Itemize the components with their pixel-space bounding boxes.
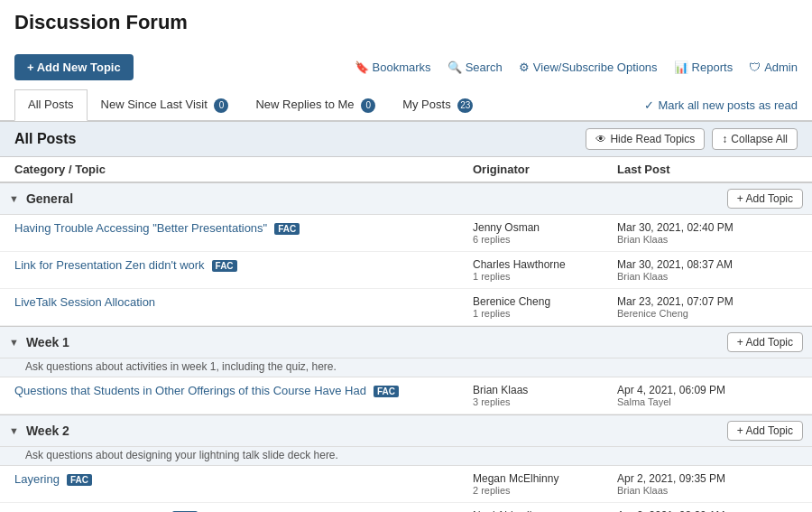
reports-link[interactable]: 📊 Reports (674, 61, 734, 74)
topic-cell: Layering FAC (14, 472, 473, 486)
fac-badge: FAC (374, 386, 399, 397)
topic-cell: Questions that Students in Other Offerin… (14, 384, 473, 397)
last-post-by: Brian Klaas (617, 271, 798, 282)
table-row: Link for Presentation Zen didn't work FA… (0, 252, 812, 289)
view-subscribe-link[interactable]: ⚙ View/Subscribe Options (519, 61, 658, 74)
fac-badge: FAC (274, 223, 300, 235)
collapse-all-button[interactable]: ↕ Collapse All (712, 128, 798, 150)
admin-icon: 🛡 (749, 61, 761, 74)
last-post-cell: Mar 30, 2021, 02:40 PM Brian Klaas (617, 221, 798, 245)
last-post-date: Apr 2, 2021, 09:35 PM (617, 472, 798, 485)
page-title: Discussion Forum (14, 11, 798, 34)
last-post-cell: Mar 30, 2021, 08:37 AM Brian Klaas (617, 258, 798, 282)
last-post-date: Mar 30, 2021, 02:40 PM (617, 221, 798, 234)
top-bar: Add New Topic 🔖 Bookmarks 🔍 Search ⚙ Vie… (0, 49, 812, 86)
page-header: Discussion Forum (0, 0, 812, 49)
category-desc-1: Ask questions about activities in week 1… (0, 358, 812, 377)
col-category-topic: Category / Topic (14, 163, 473, 176)
forum-body: ▼ General + Add Topic Having Trouble Acc… (0, 182, 812, 512)
topic-link[interactable]: Link for Presentation Zen didn't work (14, 258, 205, 272)
section-header: All Posts 👁 Hide Read Topics ↕ Collapse … (0, 121, 812, 157)
last-post-cell: Mar 23, 2021, 07:07 PM Berenice Cheng (617, 295, 798, 319)
replies-count: 3 replies (473, 396, 617, 407)
originator-cell: Berenice Cheng 1 replies (473, 295, 617, 319)
bookmarks-link[interactable]: 🔖 Bookmarks (355, 61, 431, 74)
section-title: All Posts (14, 131, 76, 147)
tabs: All Posts New Since Last Visit 0 New Rep… (14, 89, 486, 120)
fac-badge: FAC (67, 474, 92, 486)
collapse-icon: ↕ (722, 133, 727, 145)
eye-icon: 👁 (595, 133, 606, 145)
category-name: Week 2 (26, 424, 720, 438)
topic-link[interactable]: LiveTalk Session Allocation (14, 295, 155, 309)
topic-cell: LiveTalk Session Allocation (14, 295, 473, 309)
table-row: Questions that Students in Other Offerin… (0, 377, 812, 414)
table-row: LiveTalk Session Allocation Berenice Che… (0, 289, 812, 326)
tab-all-posts[interactable]: All Posts (14, 89, 88, 121)
originator-cell: Brian Klaas 3 replies (473, 384, 617, 407)
last-post-by: Brian Klaas (617, 485, 798, 496)
originator-cell: Charles Hawthorne 1 replies (473, 258, 617, 282)
category-name: General (26, 191, 720, 206)
originator-cell: Megan McElhinny 2 replies (473, 472, 617, 496)
hide-read-topics-button[interactable]: 👁 Hide Read Topics (586, 128, 705, 150)
topic-link[interactable]: Questions that Students in Other Offerin… (14, 384, 366, 397)
originator-name: Jenny Osman (473, 221, 617, 234)
nav-links: 🔖 Bookmarks 🔍 Search ⚙ View/Subscribe Op… (355, 61, 798, 74)
table-row: Layering FAC Megan McElhinny 2 replies A… (0, 466, 812, 503)
category-row-2: ▼ Week 2 + Add Topic (0, 414, 812, 447)
reports-icon: 📊 (674, 61, 688, 74)
add-new-topic-button[interactable]: Add New Topic (14, 54, 134, 80)
replies-count: 1 replies (473, 308, 617, 319)
last-post-cell: Apr 2, 2021, 09:35 PM Brian Klaas (617, 472, 798, 496)
add-topic-category-button[interactable]: + Add Topic (727, 421, 803, 441)
admin-link[interactable]: 🛡 Admin (749, 61, 798, 74)
checkmark-icon: ✓ (644, 98, 654, 112)
last-post-cell: Apr 4, 2021, 06:09 PM Salma Tayel (617, 384, 798, 407)
replies-count: 2 replies (473, 485, 617, 496)
mark-all-link[interactable]: ✓ Mark all new posts as read (644, 98, 798, 112)
search-link[interactable]: 🔍 Search (448, 61, 503, 74)
originator-name: Brian Klaas (473, 384, 617, 396)
topic-link[interactable]: Having Trouble Accessing "Better Present… (14, 221, 267, 235)
category-row-1: ▼ Week 1 + Add Topic (0, 326, 812, 358)
chevron-down-icon: ▼ (9, 337, 19, 348)
topic-link[interactable]: Layering (14, 472, 60, 486)
topic-cell: Having Trouble Accessing "Better Present… (14, 221, 473, 235)
table-row: Having Trouble Accessing "Better Present… (0, 215, 812, 252)
search-icon: 🔍 (448, 61, 462, 74)
chevron-down-icon: ▼ (9, 425, 19, 436)
tab-new-since[interactable]: New Since Last Visit 0 (88, 89, 243, 120)
originator-name: Charles Hawthorne (473, 258, 617, 271)
last-post-date: Mar 30, 2021, 08:37 AM (617, 258, 798, 271)
tab-my-posts[interactable]: My Posts 23 (389, 89, 486, 120)
table-header: Category / Topic Originator Last Post (0, 157, 812, 182)
originator-cell: Jenny Osman 6 replies (473, 221, 617, 245)
add-topic-category-button[interactable]: + Add Topic (727, 189, 803, 209)
last-post-by: Salma Tayel (617, 396, 798, 407)
originator-name: Megan McElhinny (473, 472, 617, 485)
section-actions: 👁 Hide Read Topics ↕ Collapse All (586, 128, 798, 150)
replies-count: 6 replies (473, 234, 617, 245)
fac-badge: FAC (212, 260, 237, 272)
new-since-badge: 0 (214, 98, 228, 113)
new-replies-badge: 0 (361, 98, 375, 113)
chevron-down-icon: ▼ (9, 193, 19, 204)
originator-name: Berenice Cheng (473, 295, 617, 308)
table-row: The Lightning Talk slide deck FAC Nael A… (0, 503, 812, 512)
last-post-date: Mar 23, 2021, 07:07 PM (617, 295, 798, 308)
last-post-date: Apr 4, 2021, 06:09 PM (617, 384, 798, 396)
category-row-0: ▼ General + Add Topic (0, 182, 812, 215)
bookmark-icon: 🔖 (355, 61, 369, 74)
last-post-by: Berenice Cheng (617, 308, 798, 319)
col-last-post: Last Post (617, 163, 798, 176)
last-post-by: Brian Klaas (617, 234, 798, 245)
replies-count: 1 replies (473, 271, 617, 282)
col-originator: Originator (473, 163, 617, 176)
add-topic-category-button[interactable]: + Add Topic (727, 332, 803, 352)
my-posts-badge: 23 (457, 98, 473, 113)
category-name: Week 1 (26, 335, 720, 349)
tab-new-replies[interactable]: New Replies to Me 0 (242, 89, 389, 120)
settings-icon: ⚙ (519, 61, 530, 74)
tabs-bar: All Posts New Since Last Visit 0 New Rep… (0, 89, 812, 121)
